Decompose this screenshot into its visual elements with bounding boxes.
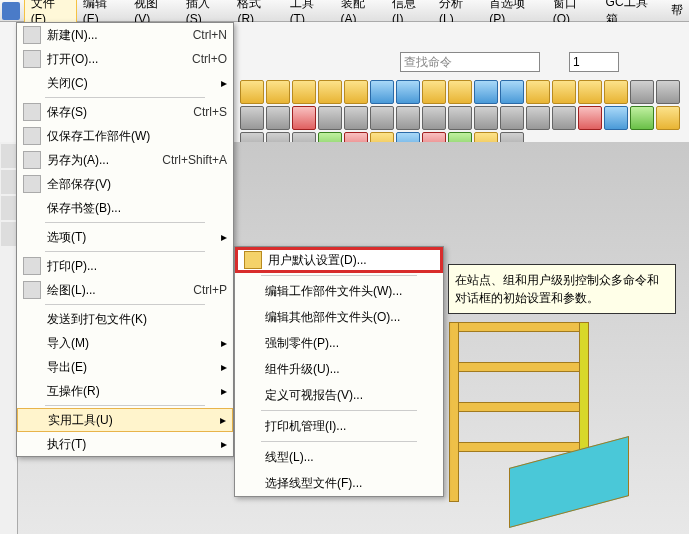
toolbar-icon[interactable]: [630, 106, 654, 130]
menu-item-label: 绘图(L)...: [47, 282, 193, 299]
menu-item-icon: [23, 358, 41, 376]
file-menu-item[interactable]: 导入(M)▸: [17, 331, 233, 355]
toolbar-icon[interactable]: [656, 80, 680, 104]
menu-item-label: 保存书签(B)...: [47, 200, 227, 217]
submenu-item-label: 选择线型文件(F)...: [265, 475, 362, 492]
submenu-item-label: 编辑其他部件文件头(O)...: [265, 309, 400, 326]
toolbar-icon[interactable]: [500, 80, 524, 104]
file-menu-item[interactable]: 绘图(L)...Ctrl+P: [17, 278, 233, 302]
submenu-item[interactable]: 编辑工作部件文件头(W)...: [235, 278, 443, 304]
search-command-input[interactable]: 查找命令: [400, 52, 540, 72]
submenu-item[interactable]: 编辑其他部件文件头(O)...: [235, 304, 443, 330]
left-tool-icon[interactable]: [1, 170, 17, 194]
blank-icon: [241, 448, 259, 466]
blank-icon: [241, 417, 259, 435]
toolbar-icon[interactable]: [292, 106, 316, 130]
toolbar-icon[interactable]: [526, 106, 550, 130]
menu-item-icon: [24, 411, 42, 429]
toolbar-icon[interactable]: [630, 80, 654, 104]
menu-item-icon: [23, 334, 41, 352]
submenu-arrow-icon: ▸: [221, 384, 227, 398]
tooltip: 在站点、组和用户级别控制众多命令和对话框的初始设置和参数。: [448, 264, 676, 314]
file-menu-item[interactable]: 另存为(A)...Ctrl+Shift+A: [17, 148, 233, 172]
toolbar-icon[interactable]: [578, 80, 602, 104]
menu-shortcut: Ctrl+N: [193, 28, 227, 42]
toolbar-icon[interactable]: [422, 106, 446, 130]
file-menu-item[interactable]: 仅保存工作部件(W): [17, 124, 233, 148]
menu-help[interactable]: 帮: [665, 0, 689, 21]
toolbar-icon[interactable]: [240, 80, 264, 104]
file-menu-item[interactable]: 新建(N)...Ctrl+N: [17, 23, 233, 47]
left-tool-icon[interactable]: [1, 144, 17, 168]
left-tool-icon[interactable]: [1, 222, 17, 246]
toolbar-icon[interactable]: [266, 80, 290, 104]
menu-item-label: 发送到打包文件(K): [47, 311, 227, 328]
menu-item-icon: [23, 127, 41, 145]
blank-icon: [241, 334, 259, 352]
submenu-item[interactable]: 组件升级(U)...: [235, 356, 443, 382]
toolbar-icon[interactable]: [474, 80, 498, 104]
submenu-item-label: 强制零件(P)...: [265, 335, 339, 352]
submenu-arrow-icon: ▸: [221, 76, 227, 90]
file-menu-item[interactable]: 保存(S)Ctrl+S: [17, 100, 233, 124]
menu-item-icon: [23, 103, 41, 121]
file-menu-item[interactable]: 打印(P)...: [17, 254, 233, 278]
toolbar-icon[interactable]: [578, 106, 602, 130]
toolbar-icon[interactable]: [474, 106, 498, 130]
toolbar-icon[interactable]: [344, 80, 368, 104]
file-menu-item[interactable]: 导出(E)▸: [17, 355, 233, 379]
submenu-item-label: 组件升级(U)...: [265, 361, 340, 378]
toolbar-icon[interactable]: [448, 106, 472, 130]
menu-item-icon: [23, 175, 41, 193]
toolbar-icon[interactable]: [318, 106, 342, 130]
menu-item-icon: [23, 151, 41, 169]
menu-item-label: 全部保存(V): [47, 176, 227, 193]
file-menu-item[interactable]: 发送到打包文件(K): [17, 307, 233, 331]
menu-item-icon: [23, 281, 41, 299]
submenu-item[interactable]: 选择线型文件(F)...: [235, 470, 443, 496]
file-menu-item[interactable]: 互操作(R)▸: [17, 379, 233, 403]
file-menu-item[interactable]: 全部保存(V): [17, 172, 233, 196]
toolbar-icon[interactable]: [344, 106, 368, 130]
file-menu-item[interactable]: 打开(O)...Ctrl+O: [17, 47, 233, 71]
spinner-input[interactable]: 1: [569, 52, 619, 72]
file-menu-item[interactable]: 保存书签(B)...: [17, 196, 233, 220]
toolbar-icon[interactable]: [318, 80, 342, 104]
submenu-arrow-icon: ▸: [221, 437, 227, 451]
menu-item-icon: [23, 50, 41, 68]
menu-item-icon: [23, 199, 41, 217]
submenu-item-label: 编辑工作部件文件头(W)...: [265, 283, 402, 300]
file-menu-item[interactable]: 实用工具(U)▸: [17, 408, 233, 432]
submenu-item[interactable]: 打印机管理(I)...: [235, 413, 443, 439]
menu-item-label: 导出(E): [47, 359, 227, 376]
toolbar-icon[interactable]: [604, 80, 628, 104]
toolbar-icon[interactable]: [500, 106, 524, 130]
menu-shortcut: Ctrl+P: [193, 283, 227, 297]
toolbar-icon[interactable]: [604, 106, 628, 130]
menu-item-icon: [23, 310, 41, 328]
toolbar-icon[interactable]: [526, 80, 550, 104]
toolbar-icon[interactable]: [396, 80, 420, 104]
toolbar-icon[interactable]: [370, 106, 394, 130]
toolbar-icon[interactable]: [370, 80, 394, 104]
left-tool-icon[interactable]: [1, 196, 17, 220]
toolbar-icon[interactable]: [422, 80, 446, 104]
toolbar-icon[interactable]: [656, 106, 680, 130]
menu-item-label: 关闭(C): [47, 75, 227, 92]
menu-item-label: 保存(S): [47, 104, 193, 121]
submenu-item[interactable]: 线型(L)...: [235, 444, 443, 470]
file-menu-item[interactable]: 执行(T)▸: [17, 432, 233, 456]
toolbar-icon[interactable]: [552, 80, 576, 104]
toolbar-icon[interactable]: [292, 80, 316, 104]
toolbar-icon[interactable]: [240, 106, 264, 130]
blank-icon: [241, 360, 259, 378]
submenu-item[interactable]: 用户默认设置(D)...: [235, 247, 443, 273]
toolbar-icon[interactable]: [448, 80, 472, 104]
toolbar-icon[interactable]: [552, 106, 576, 130]
file-menu-item[interactable]: 关闭(C)▸: [17, 71, 233, 95]
submenu-item[interactable]: 强制零件(P)...: [235, 330, 443, 356]
toolbar-icon[interactable]: [266, 106, 290, 130]
submenu-item[interactable]: 定义可视报告(V)...: [235, 382, 443, 408]
file-menu-item[interactable]: 选项(T)▸: [17, 225, 233, 249]
toolbar-icon[interactable]: [396, 106, 420, 130]
